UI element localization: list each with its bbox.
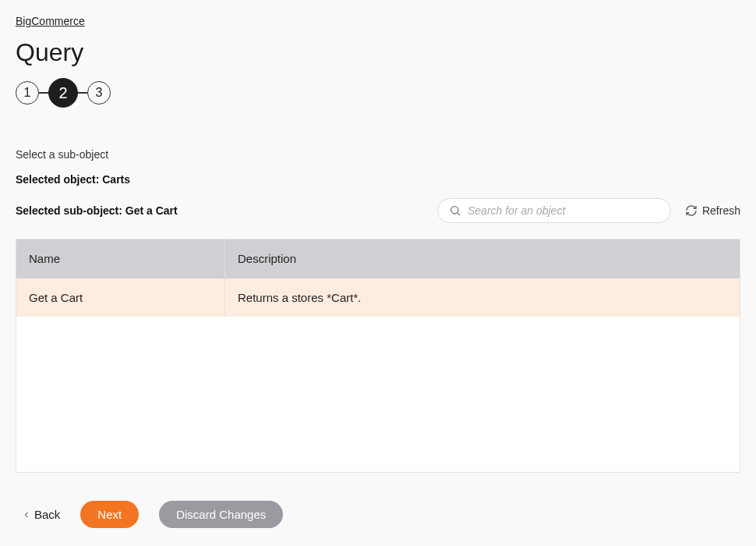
step-3[interactable]: 3 bbox=[87, 81, 111, 105]
table-header-row: Name Description bbox=[16, 239, 740, 278]
search-input[interactable] bbox=[468, 204, 659, 217]
refresh-label: Refresh bbox=[702, 204, 740, 217]
wizard-footer: Back Next Discard Changes bbox=[16, 501, 740, 528]
page-title: Query bbox=[16, 38, 740, 67]
selected-object-label: Selected object: Carts bbox=[16, 173, 740, 186]
refresh-button[interactable]: Refresh bbox=[685, 204, 740, 217]
search-icon bbox=[449, 204, 461, 217]
step-connector bbox=[78, 92, 87, 94]
stepper: 1 2 3 bbox=[16, 78, 740, 108]
column-header-name[interactable]: Name bbox=[16, 239, 225, 278]
step-1[interactable]: 1 bbox=[16, 81, 39, 105]
discard-button[interactable]: Discard Changes bbox=[159, 501, 283, 528]
table-row[interactable]: Get a Cart Returns a stores *Cart*. bbox=[16, 278, 740, 317]
cell-name: Get a Cart bbox=[16, 278, 225, 317]
chevron-left-icon bbox=[22, 510, 31, 519]
svg-point-0 bbox=[451, 207, 458, 214]
selected-sub-object-label: Selected sub-object: Get a Cart bbox=[16, 204, 178, 217]
next-button[interactable]: Next bbox=[80, 501, 139, 528]
svg-line-1 bbox=[457, 213, 460, 215]
column-header-description[interactable]: Description bbox=[225, 239, 740, 278]
back-button[interactable]: Back bbox=[22, 508, 60, 521]
search-field-wrap[interactable] bbox=[437, 198, 671, 223]
step-2[interactable]: 2 bbox=[48, 78, 78, 108]
cell-description: Returns a stores *Cart*. bbox=[225, 278, 740, 317]
refresh-icon bbox=[685, 204, 698, 217]
step-connector bbox=[39, 92, 48, 94]
sub-object-table: Name Description Get a Cart Returns a st… bbox=[16, 239, 740, 473]
back-label: Back bbox=[34, 508, 60, 521]
instruction-text: Select a sub-object bbox=[16, 148, 740, 161]
breadcrumb[interactable]: BigCommerce bbox=[16, 15, 85, 27]
